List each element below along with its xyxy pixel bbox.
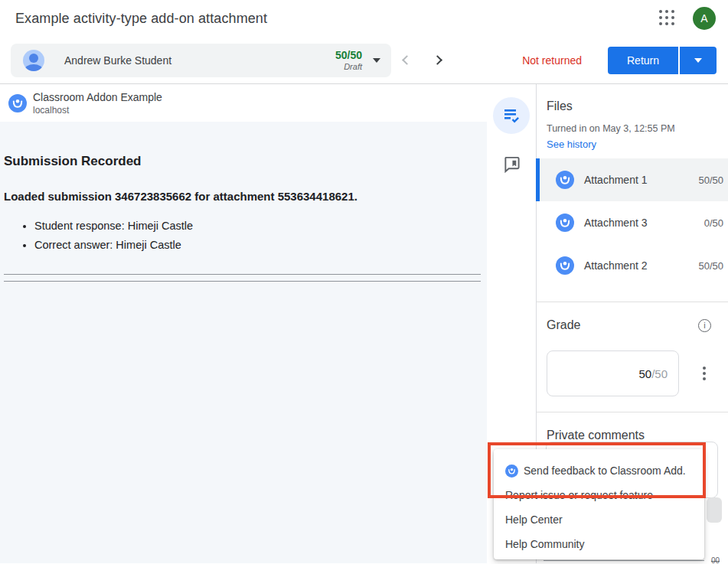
top-bar: Example activity-type add-on attachment … [0,0,728,37]
attachment-score: 0/50 [704,217,723,229]
return-status: Not returned [522,54,582,67]
content-divider [4,274,484,282]
addon-app-icon [556,171,574,189]
account-avatar[interactable]: A [693,7,716,30]
attachment-name: Attachment 3 [584,217,648,229]
student-selector[interactable]: Andrew Burke Student 50/50 Draft [11,44,391,77]
student-name: Andrew Burke Student [64,54,335,67]
menu-item-report-issue[interactable]: Report issue or request feature [494,483,704,507]
chevron-down-icon [694,58,702,63]
menu-item-send-feedback[interactable]: Send feedback to Classroom Add. [494,458,704,483]
attachment-row[interactable]: Attachment 1 50/50 [537,158,728,201]
response-list: Student response: Himeji Castle Correct … [34,220,484,251]
addon-content: Submission Recorded Loaded submission 34… [0,122,487,282]
student-score-state: Draft [335,62,362,71]
menu-item-label: Help Community [505,538,584,550]
chevron-left-icon [402,55,412,65]
menu-item-label: Report issue or request feature [505,489,653,501]
list-item: Correct answer: Himeji Castle [34,239,484,251]
grade-value: 50 [638,367,651,380]
comments-tab-button[interactable] [496,148,527,179]
grade-title: Grade [547,318,580,332]
chevron-right-icon [433,55,442,65]
addon-app-icon [556,214,574,232]
menu-item-label: Help Center [505,513,563,526]
private-comments-title: Private comments [537,412,728,442]
return-options-button[interactable] [680,47,717,74]
previous-student-button[interactable] [391,45,422,76]
attachment-list: Attachment 1 50/50 Attachment 3 0/50 Att… [537,158,728,287]
list-item: Student response: Himeji Castle [34,220,484,232]
grade-menu-icon[interactable] [698,362,710,385]
addon-host: localhost [33,105,162,116]
page-title: Example activity-type add-on attachment [15,11,659,27]
menu-item-label: Send feedback to Classroom Add. [524,465,686,477]
grading-icon [502,106,521,125]
addon-header: Classroom Addon Example localhost [0,84,487,122]
addon-work-area: Classroom Addon Example localhost Submis… [0,84,487,563]
attachment-row[interactable]: Attachment 2 50/50 [537,244,728,287]
next-student-button[interactable] [422,45,452,76]
return-split-button: Return [608,47,717,74]
addon-app-icon [8,94,27,112]
attachment-name: Attachment 2 [584,259,648,272]
attachment-score: 50/50 [698,174,723,186]
student-score: 50/50 Draft [335,49,362,71]
grade-input[interactable]: 50/50 [547,350,679,396]
submission-heading: Submission Recorded [4,154,484,169]
addon-app-icon [505,465,518,478]
scrollbar-thumb[interactable] [707,497,722,523]
turned-in-text: Turned in on May 3, 12:55 PM [547,123,728,134]
attachment-score: 50/50 [698,260,723,272]
grade-denominator: /50 [651,367,668,380]
menu-item-help-center[interactable]: Help Center [494,507,704,532]
see-history-link[interactable]: See history [547,139,596,150]
files-title: Files [547,84,728,113]
addon-name: Classroom Addon Example [33,91,162,103]
attachment-name: Attachment 1 [584,174,648,186]
loaded-submission-line: Loaded submission 346723835662 for attac… [4,190,484,203]
info-icon[interactable]: i [698,319,711,332]
grading-tab-button[interactable] [493,97,530,134]
help-menu: Send feedback to Classroom Add. Report i… [494,449,704,559]
student-avatar [23,50,44,71]
comment-bank-icon [503,155,521,173]
attachment-row[interactable]: Attachment 3 0/50 [537,201,728,244]
student-score-points: 50/50 [335,49,362,61]
addon-app-icon [556,256,574,275]
chevron-down-icon [373,58,380,63]
grading-toolbar: Andrew Burke Student 50/50 Draft Not ret… [0,37,728,84]
menu-item-help-community[interactable]: Help Community [494,532,704,556]
return-button[interactable]: Return [608,47,678,74]
apps-grid-icon[interactable] [659,10,676,27]
